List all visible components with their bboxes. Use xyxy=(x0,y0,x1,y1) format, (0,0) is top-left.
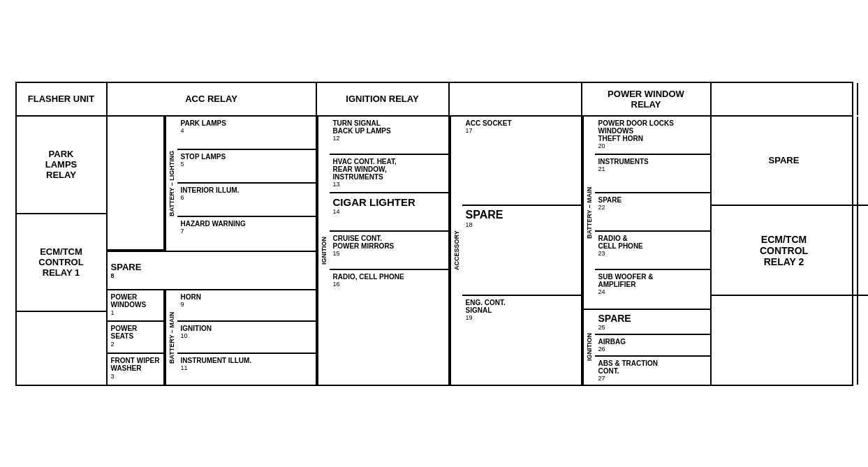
fuse-17: ACC SOCKET 17 xyxy=(462,117,581,207)
fuse-5: STOP LAMPS 5 xyxy=(177,150,316,184)
battery-lighting-wrapper: BATTERY – LIGHTING PARK LAMPS 4 STOP LAM… xyxy=(165,117,316,251)
fuse-13: HVAC CONT. HEAT,REAR WINDOW,INSTRUMENTS … xyxy=(330,155,448,193)
fuse-20: POWER DOOR LOCKSWINDOWSTHEFT HORN 20 xyxy=(595,117,710,155)
fuse-27: ABS & TRACTIONCONT. 27 xyxy=(595,357,710,385)
fuse-11: INSTRUMENT ILLUM. 11 xyxy=(177,354,316,385)
fuse-diagram: FLASHER UNIT ACC RELAY IGNITION RELAY PO… xyxy=(15,82,853,386)
blower-empty xyxy=(858,296,869,385)
pw-top-section: BATTERY – MAIN POWER DOOR LOCKSWINDOWSTH… xyxy=(582,117,710,310)
fuse-3: FRONT WIPER WASHER 3 xyxy=(108,354,163,385)
fuse-15: CRUISE CONT.POWER MIRRORS 15 xyxy=(330,232,448,270)
header-spare-col xyxy=(712,83,858,115)
col-right-spare: SPARE ECM/TCMCONTROLRELAY 2 xyxy=(712,117,858,385)
header-flasher: FLASHER UNIT xyxy=(17,83,108,115)
ignition-cells: TURN SIGNALBACK UP LAMPS 12 HVAC CONT. H… xyxy=(330,117,448,385)
fuse-9: HORN 9 xyxy=(177,290,316,323)
pw-battery-main-label: BATTERY – MAIN xyxy=(582,117,595,309)
fuse-14: CIGAR LIGHTER 14 xyxy=(330,193,448,232)
col-power-window: BATTERY – MAIN POWER DOOR LOCKSWINDOWSTH… xyxy=(582,117,712,385)
acc-top: BATTERY – LIGHTING PARK LAMPS 4 STOP LAM… xyxy=(108,117,316,252)
fuse-23: RADIO &CELL PHONE 23 xyxy=(595,232,710,270)
col-ignition-area: IGNITION TURN SIGNALBACK UP LAMPS 12 HVA… xyxy=(317,117,450,385)
park-lamps-relay: PARKLAMPSRELAY xyxy=(17,117,106,214)
ignition-label: IGNITION xyxy=(317,117,330,385)
fuse-25: SPARE 25 xyxy=(595,310,710,335)
fuse-26: AIRBAG 26 xyxy=(595,335,710,357)
ecm-tcm-relay1: ECM/TCMCONTROLRELAY 1 xyxy=(17,214,106,312)
main-area: PARKLAMPSRELAY ECM/TCMCONTROLRELAY 1 BAT… xyxy=(17,117,852,385)
fuse-18: SPARE 18 xyxy=(462,206,581,296)
header-power-window: POWER WINDOWRELAY xyxy=(582,83,712,115)
header-row: FLASHER UNIT ACC RELAY IGNITION RELAY PO… xyxy=(17,83,852,117)
header-blower: BLOWERINHIBIT RELAY xyxy=(858,83,869,115)
acc-sub-empty xyxy=(108,117,163,251)
fuse-2: POWER SEATS 2 xyxy=(108,322,163,354)
fuse-22: SPARE 22 xyxy=(595,193,710,232)
fuse-7: HAZARD WARNING 7 xyxy=(177,217,316,251)
battery-lighting-label: BATTERY – LIGHTING xyxy=(165,117,177,251)
fuse-1: POWER WINDOWS 1 xyxy=(108,290,163,323)
header-ignition: IGNITION RELAY xyxy=(317,83,450,115)
fuse-21: INSTRUMENTS 21 xyxy=(595,155,710,193)
flasher-empty xyxy=(17,312,106,385)
fuse-16: RADIO, CELL PHONE 16 xyxy=(330,270,448,309)
ecm-tcm-relay2: ECM/TCMCONTROLRELAY 2 xyxy=(712,206,857,296)
fuse-24: SUB WOOFER &AMPLIFIER 24 xyxy=(595,270,710,309)
ignition2-label: IGNITION xyxy=(582,310,595,385)
fuse-4: PARK LAMPS 4 xyxy=(177,117,316,150)
fuse-8-spare: SPARE 8 xyxy=(108,252,316,290)
acc-empty-top xyxy=(108,117,165,251)
accessory-label: ACCESSORY xyxy=(450,117,462,385)
spare-cell-top: SPARE xyxy=(712,117,857,207)
col-flasher: PARKLAMPSRELAY ECM/TCMCONTROLRELAY 1 xyxy=(17,117,108,385)
interior-illum-relay: INTERIORILLUMRELAY xyxy=(858,117,869,207)
acc-bottom: POWER WINDOWS 1 POWER SEATS 2 FRONT WIPE… xyxy=(108,290,316,385)
header-accessory xyxy=(450,83,582,115)
fuse-10: IGNITION 10 xyxy=(177,322,316,354)
pw-cells-bottom: SPARE 25 AIRBAG 26 ABS & TRACTIONCONT. 2… xyxy=(595,310,710,385)
header-acc: ACC RELAY xyxy=(108,83,317,115)
ignition-top: IGNITION TURN SIGNALBACK UP LAMPS 12 HVA… xyxy=(317,117,448,385)
pw-cells-top: POWER DOOR LOCKSWINDOWSTHEFT HORN 20 INS… xyxy=(595,117,710,309)
col-acc-area: BATTERY – LIGHTING PARK LAMPS 4 STOP LAM… xyxy=(108,117,317,385)
pw-bottom-section: IGNITION SPARE 25 AIRBAG 26 ABS & TRACTI… xyxy=(582,310,710,385)
accessory-cells: ACC SOCKET 17 SPARE 18 ENG. CONT.SIGNAL … xyxy=(462,117,581,385)
right-empty xyxy=(712,296,857,385)
fuse-6: INTERIOR ILLUM. 6 xyxy=(177,184,316,217)
acc-numbered-cells: PARK LAMPS 4 STOP LAMPS 5 INTERIOR ILLUM… xyxy=(177,117,316,251)
fuse-12: TURN SIGNALBACK UP LAMPS 12 xyxy=(330,117,448,155)
col-accessory-area: ACCESSORY ACC SOCKET 17 SPARE 18 ENG. CO… xyxy=(450,117,582,385)
blower-spare: SPARE xyxy=(858,206,869,296)
acc-battery-main-sub: POWER WINDOWS 1 POWER SEATS 2 FRONT WIPE… xyxy=(108,290,165,385)
fuse-19: ENG. CONT.SIGNAL 19 xyxy=(462,296,581,385)
battery-main-label: BATTERY – MAIN xyxy=(165,290,177,385)
acc-bottom-cells: HORN 9 IGNITION 10 INSTRUMENT ILLUM. 11 xyxy=(177,290,316,385)
col-blower: INTERIORILLUMRELAY SPARE xyxy=(858,117,869,385)
